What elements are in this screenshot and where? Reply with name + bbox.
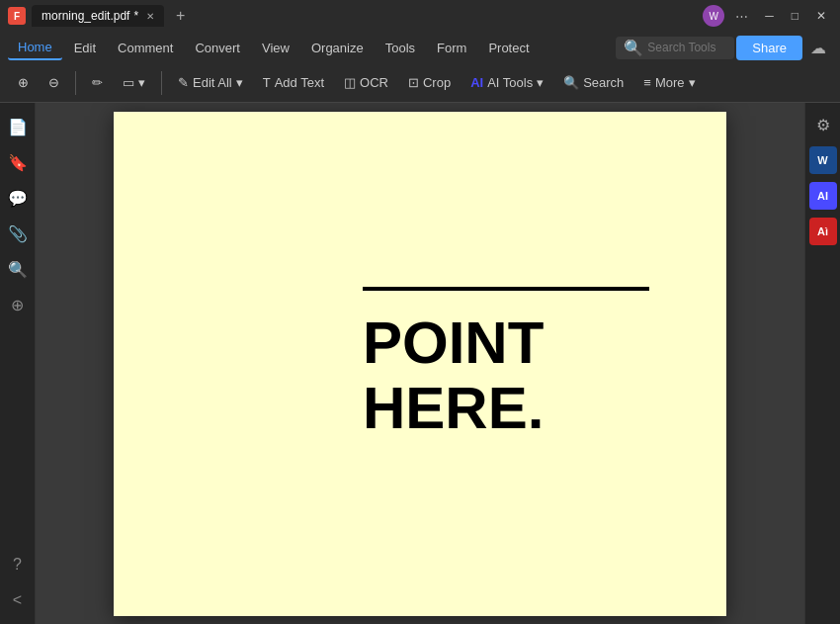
- highlight-icon: ✏: [92, 75, 103, 90]
- pdf-page: POINT HERE.: [114, 112, 726, 616]
- sidebar-icon-comments[interactable]: 💬: [4, 184, 32, 212]
- edit-all-dropdown-icon: ▾: [236, 75, 243, 90]
- sidebar-icon-collapse[interactable]: <: [4, 586, 32, 614]
- ocr-label: OCR: [360, 75, 388, 90]
- crop-icon: ⊡: [408, 75, 419, 90]
- tab-modified: *: [133, 9, 138, 23]
- shape-dropdown-icon: ▾: [138, 75, 145, 90]
- content-area: POINT HERE.: [36, 103, 804, 624]
- close-button[interactable]: ✕: [810, 7, 832, 25]
- word-icon: W: [817, 154, 827, 166]
- pdf-content: POINT HERE.: [363, 287, 649, 441]
- search-tools-bar[interactable]: 🔍: [616, 37, 734, 59]
- menu-item-organize[interactable]: Organize: [301, 37, 374, 59]
- cloud-button[interactable]: ☁: [804, 37, 832, 59]
- search-button[interactable]: 🔍 Search: [555, 70, 631, 95]
- edit-all-icon: ✎: [178, 75, 189, 90]
- zoom-out-icon: ⊖: [48, 75, 59, 90]
- sidebar-icon-bookmarks[interactable]: 🔖: [4, 148, 32, 176]
- title-bar: F morning_edit.pdf * ✕ + W ⋯ ─ □ ✕: [0, 0, 840, 32]
- sidebar-icon-search[interactable]: 🔍: [4, 255, 32, 283]
- zoom-in-icon: ⊕: [18, 75, 29, 90]
- more-icon: ≡: [643, 75, 651, 90]
- search-toolbar-icon: 🔍: [563, 75, 579, 90]
- right-word-button[interactable]: W: [809, 146, 837, 174]
- menu-bar: Home Edit Comment Convert View Organize …: [0, 32, 840, 63]
- bookmark-icon: 🔖: [8, 153, 28, 172]
- sidebar-icon-attachments[interactable]: 📎: [4, 220, 32, 247]
- separator-1: [75, 71, 76, 95]
- maximize-button[interactable]: □: [786, 7, 804, 25]
- right-ai2-button[interactable]: Aì: [809, 218, 837, 245]
- right-settings-button[interactable]: ⚙: [809, 111, 837, 138]
- crop-button[interactable]: ⊡ Crop: [400, 70, 459, 95]
- ai-icon: AI: [817, 190, 828, 202]
- ocr-icon: ◫: [344, 75, 356, 90]
- menu-item-tools[interactable]: Tools: [376, 37, 425, 59]
- right-ai-button[interactable]: AI: [809, 182, 837, 210]
- add-text-button[interactable]: T Add Text: [255, 70, 332, 95]
- settings-icon: ⚙: [816, 116, 830, 134]
- edit-all-button[interactable]: ✎ Edit All ▾: [170, 70, 251, 95]
- right-sidebar: ⚙ W AI Aì: [804, 103, 840, 624]
- add-text-label: Add Text: [275, 75, 324, 90]
- share-button[interactable]: Share: [736, 36, 802, 60]
- menu-item-form[interactable]: Form: [427, 37, 476, 59]
- shape-icon: ▭: [123, 75, 134, 90]
- pdf-text-line2: HERE.: [363, 376, 649, 441]
- pdf-line: [363, 287, 649, 291]
- left-sidebar: 📄 🔖 💬 📎 🔍 ⊕ ? <: [0, 103, 36, 624]
- pages-icon: 📄: [8, 118, 28, 136]
- menu-item-protect[interactable]: Protect: [478, 37, 539, 59]
- help-icon: ?: [13, 556, 22, 574]
- more-options-button[interactable]: ⋯: [730, 7, 753, 26]
- menu-item-convert[interactable]: Convert: [185, 37, 250, 59]
- layers-icon: ⊕: [11, 296, 24, 314]
- menu-item-edit[interactable]: Edit: [64, 37, 106, 59]
- app-icon: F: [8, 7, 26, 25]
- sidebar-icon-layers[interactable]: ⊕: [4, 291, 32, 318]
- zoom-in-button[interactable]: ⊕: [10, 70, 37, 95]
- menu-item-view[interactable]: View: [252, 37, 299, 59]
- pdf-text-line1: POINT: [363, 311, 649, 376]
- tab-filename: morning_edit.pdf: [42, 9, 129, 23]
- tab-close-button[interactable]: ✕: [146, 11, 154, 22]
- search-tools-input[interactable]: [647, 41, 726, 54]
- ai-tools-label: AI Tools: [487, 75, 533, 90]
- attachment-icon: 📎: [8, 224, 28, 243]
- crop-label: Crop: [423, 75, 451, 90]
- search-label: Search: [583, 75, 624, 90]
- search-icon: 🔍: [624, 39, 643, 57]
- add-text-icon: T: [263, 75, 271, 90]
- ai-tools-icon: AI: [470, 75, 483, 90]
- new-tab-button[interactable]: +: [170, 7, 191, 25]
- more-label: More: [655, 75, 685, 90]
- ocr-button[interactable]: ◫ OCR: [336, 70, 396, 95]
- active-tab[interactable]: morning_edit.pdf * ✕: [32, 5, 164, 27]
- edit-all-label: Edit All: [193, 75, 232, 90]
- toolbar: ⊕ ⊖ ✏ ▭ ▾ ✎ Edit All ▾ T Add Text ◫ OCR …: [0, 63, 840, 103]
- comment-icon: 💬: [8, 189, 28, 208]
- menu-item-home[interactable]: Home: [8, 36, 62, 60]
- pdf-text: POINT HERE.: [363, 311, 649, 441]
- main-layout: 📄 🔖 💬 📎 🔍 ⊕ ? < POINT: [0, 103, 840, 624]
- more-button[interactable]: ≡ More ▾: [635, 70, 703, 95]
- title-bar-left: F morning_edit.pdf * ✕ +: [8, 5, 697, 27]
- sidebar-icon-help[interactable]: ?: [4, 551, 32, 579]
- ai2-icon: Aì: [817, 225, 828, 237]
- avatar: W: [703, 5, 724, 27]
- zoom-out-button[interactable]: ⊖: [41, 70, 67, 95]
- sidebar-search-icon: 🔍: [8, 260, 28, 279]
- ai-tools-button[interactable]: AI AI Tools ▾: [462, 70, 551, 95]
- shape-button[interactable]: ▭ ▾: [115, 70, 153, 95]
- separator-2: [161, 71, 162, 95]
- sidebar-icon-pages[interactable]: 📄: [4, 113, 32, 140]
- menu-item-comment[interactable]: Comment: [108, 37, 183, 59]
- ai-tools-dropdown-icon: ▾: [537, 75, 544, 90]
- minimize-button[interactable]: ─: [759, 7, 780, 25]
- collapse-icon: <: [13, 591, 22, 609]
- more-dropdown-icon: ▾: [689, 75, 696, 90]
- title-bar-right: W ⋯ ─ □ ✕: [703, 5, 832, 27]
- highlight-button[interactable]: ✏: [84, 70, 111, 95]
